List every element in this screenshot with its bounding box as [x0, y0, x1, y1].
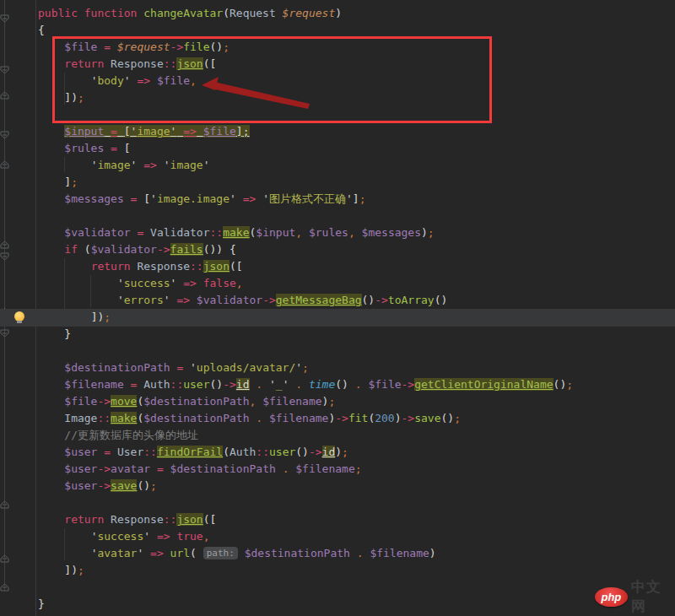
code-line: Image::make($destinationPath . $filename…	[0, 410, 675, 427]
code-line: $user = User::findOrFail(Auth::user()->i…	[0, 444, 675, 461]
code-editor[interactable]: public function changeAvatar(Request $re…	[0, 0, 675, 616]
code-line: ]);	[0, 562, 675, 579]
code-line: $input = ['image' => $file];	[0, 123, 675, 140]
code-line: $destinationPath = 'uploads/avatar/';	[0, 359, 675, 376]
code-line: public function changeAvatar(Request $re…	[0, 5, 675, 22]
code-text-area[interactable]: public function changeAvatar(Request $re…	[0, 5, 675, 613]
code-line: return Response::json([	[0, 258, 675, 275]
code-line	[0, 579, 675, 596]
code-line: }	[0, 326, 675, 343]
code-line: $filename = Auth::user()->id . '_' . tim…	[0, 376, 675, 393]
code-line: ]);	[0, 89, 675, 106]
code-line: 'success' => true,	[0, 528, 675, 545]
code-line: 'avatar' => url( path: $destinationPath …	[0, 545, 675, 562]
code-line	[0, 106, 675, 123]
code-line: }	[0, 596, 675, 613]
intention-bulb-icon[interactable]	[14, 311, 24, 322]
code-line: return Response::json([	[0, 511, 675, 528]
code-line: $file = $request->file();	[0, 39, 675, 56]
code-line: $validator = Validator::make($input, $ru…	[0, 224, 675, 241]
code-line: ];	[0, 174, 675, 191]
code-line: 'errors' => $validator->getMessageBag()-…	[0, 292, 675, 309]
code-line: {	[0, 22, 675, 39]
watermark: php 中文网	[595, 586, 675, 608]
code-line	[0, 494, 675, 511]
code-line: //更新数据库的头像的地址	[0, 427, 675, 444]
code-line: 'success' => false,	[0, 275, 675, 292]
code-line: $user->save();	[0, 478, 675, 494]
code-line: if ($validator->fails()) {	[0, 241, 675, 258]
code-line: return Response::json([	[0, 56, 675, 73]
code-line: ]);	[0, 309, 675, 326]
watermark-text: 中文网	[631, 577, 675, 616]
code-line: 'image' => 'image'	[0, 157, 675, 174]
code-line	[0, 208, 675, 224]
code-line: $rules = [	[0, 140, 675, 157]
code-line: $file->move($destinationPath, $filename)…	[0, 393, 675, 410]
code-line: $user->avatar = $destinationPath . $file…	[0, 461, 675, 478]
php-logo-icon: php	[595, 587, 628, 607]
code-line: 'body' => $file,	[0, 73, 675, 89]
code-line	[0, 343, 675, 359]
code-line: $messages = ['image.image' => '图片格式不正确']…	[0, 191, 675, 208]
